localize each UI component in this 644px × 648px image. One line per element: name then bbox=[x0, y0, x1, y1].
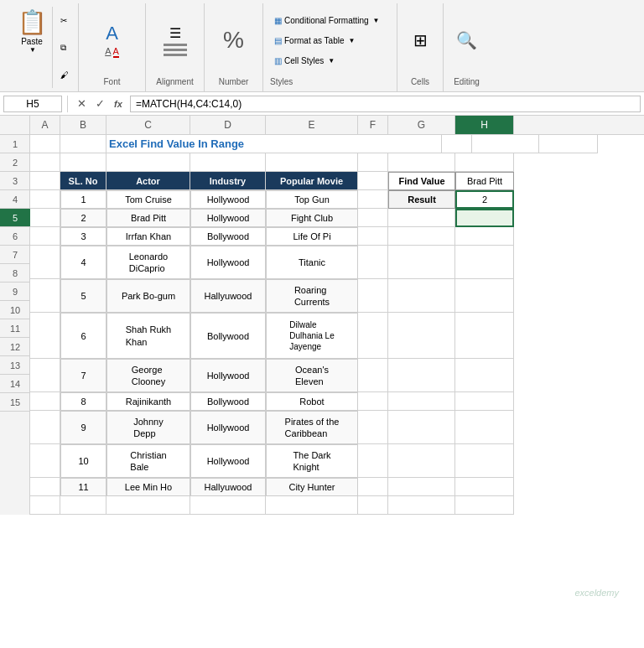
cell-C7[interactable]: LeonardoDiCaprio bbox=[106, 246, 190, 279]
cell-B14[interactable]: 11 bbox=[60, 478, 106, 496]
cell-F10[interactable] bbox=[358, 359, 388, 392]
cell-F8[interactable] bbox=[358, 279, 388, 313]
cell-H9[interactable] bbox=[455, 313, 514, 359]
cell-E6[interactable]: Life Of Pi bbox=[266, 227, 358, 246]
cell-A13[interactable] bbox=[30, 444, 60, 478]
row-header-7[interactable]: 7 bbox=[0, 246, 30, 264]
col-header-B[interactable]: B bbox=[60, 116, 106, 134]
cell-A15[interactable] bbox=[30, 496, 60, 515]
cell-A14[interactable] bbox=[30, 478, 60, 496]
cell-H11[interactable] bbox=[455, 392, 514, 411]
cell-A9[interactable] bbox=[30, 313, 60, 359]
row-header-4[interactable]: 4 bbox=[0, 190, 30, 209]
cell-E13[interactable]: The DarkKnight bbox=[266, 444, 358, 478]
col-header-D[interactable]: D bbox=[190, 116, 266, 134]
cell-B12[interactable]: 9 bbox=[60, 411, 106, 444]
cell-G4-result-label[interactable]: Result bbox=[388, 190, 455, 209]
col-header-A[interactable]: A bbox=[30, 116, 60, 134]
cell-F4[interactable] bbox=[358, 190, 388, 209]
cell-G15[interactable] bbox=[388, 496, 455, 515]
cell-F3[interactable] bbox=[358, 172, 388, 190]
cell-B2[interactable] bbox=[60, 153, 106, 172]
cell-A11[interactable] bbox=[30, 392, 60, 411]
cell-H8[interactable] bbox=[455, 279, 514, 313]
cell-B1[interactable] bbox=[60, 135, 106, 153]
confirm-formula-button[interactable]: ✓ bbox=[91, 96, 108, 112]
cell-G8[interactable] bbox=[388, 279, 455, 313]
col-header-E[interactable]: E bbox=[266, 116, 358, 134]
cell-reference-box[interactable] bbox=[3, 96, 62, 112]
format-painter-button[interactable]: 🖌 bbox=[56, 68, 73, 82]
cell-D4[interactable]: Hollywood bbox=[190, 190, 266, 209]
cell-D14[interactable]: Hallyuwood bbox=[190, 478, 266, 496]
row-header-1[interactable]: 1 bbox=[0, 135, 30, 153]
cell-H10[interactable] bbox=[455, 359, 514, 392]
cell-E10[interactable]: Ocean'sEleven bbox=[266, 359, 358, 392]
cell-E8[interactable]: RoaringCurrents bbox=[266, 279, 358, 313]
cell-H6[interactable] bbox=[455, 227, 514, 246]
cell-B4[interactable]: 1 bbox=[60, 190, 106, 209]
row-header-5[interactable]: 5 bbox=[0, 209, 30, 227]
cell-C4[interactable]: Tom Cruise bbox=[106, 190, 190, 209]
cell-E14[interactable]: City Hunter bbox=[266, 478, 358, 496]
cell-F15[interactable] bbox=[358, 496, 388, 515]
row-header-8[interactable]: 8 bbox=[0, 264, 30, 283]
cell-G6[interactable] bbox=[388, 227, 455, 246]
cell-C9[interactable]: Shah RukhKhan bbox=[106, 313, 190, 359]
cell-D7[interactable]: Hollywood bbox=[190, 246, 266, 279]
cell-D6[interactable]: Bollywood bbox=[190, 227, 266, 246]
cell-D11[interactable]: Bollywood bbox=[190, 392, 266, 411]
cell-H5-selected[interactable] bbox=[455, 209, 514, 227]
cell-A12[interactable] bbox=[30, 411, 60, 444]
cell-H7[interactable] bbox=[455, 246, 514, 279]
col-header-C[interactable]: C bbox=[106, 116, 190, 134]
row-header-15[interactable]: 15 bbox=[0, 393, 30, 412]
cell-B6[interactable]: 3 bbox=[60, 227, 106, 246]
row-header-10[interactable]: 10 bbox=[0, 301, 30, 319]
cell-A10[interactable] bbox=[30, 359, 60, 392]
cell-F7[interactable] bbox=[358, 246, 388, 279]
row-header-6[interactable]: 6 bbox=[0, 227, 30, 246]
row-header-9[interactable]: 9 bbox=[0, 283, 30, 301]
cell-A8[interactable] bbox=[30, 279, 60, 313]
cell-C15[interactable] bbox=[106, 496, 190, 515]
cell-A1[interactable] bbox=[30, 135, 60, 153]
cell-B5[interactable]: 2 bbox=[60, 209, 106, 227]
cell-D9[interactable]: Bollywood bbox=[190, 313, 266, 359]
cell-G7[interactable] bbox=[388, 246, 455, 279]
cell-F12[interactable] bbox=[358, 411, 388, 444]
cell-A7[interactable] bbox=[30, 246, 60, 279]
cell-C14[interactable]: Lee Min Ho bbox=[106, 478, 190, 496]
cell-E15[interactable] bbox=[266, 496, 358, 515]
format-as-table-button[interactable]: ▤ Format as Table ▼ bbox=[270, 34, 384, 48]
cell-C3-header[interactable]: Actor bbox=[106, 172, 190, 190]
cell-E4[interactable]: Top Gun bbox=[266, 190, 358, 209]
row-header-11[interactable]: 11 bbox=[0, 319, 30, 338]
cell-H14[interactable] bbox=[455, 478, 514, 496]
cell-H2[interactable] bbox=[455, 153, 514, 172]
cell-B13[interactable]: 10 bbox=[60, 444, 106, 478]
cell-E11[interactable]: Robot bbox=[266, 392, 358, 411]
cell-D10[interactable]: Hollywood bbox=[190, 359, 266, 392]
cell-A3[interactable] bbox=[30, 172, 60, 190]
cell-B7[interactable]: 4 bbox=[60, 246, 106, 279]
cell-G3-find-label[interactable]: Find Value bbox=[388, 172, 455, 190]
cell-C1-title[interactable]: Excel Find Value In Range bbox=[106, 135, 442, 153]
cell-F2[interactable] bbox=[358, 153, 388, 172]
cancel-formula-button[interactable]: ✕ bbox=[73, 96, 90, 112]
cell-G1[interactable] bbox=[472, 135, 539, 153]
cell-C11[interactable]: Rajinikanth bbox=[106, 392, 190, 411]
row-header-3[interactable]: 3 bbox=[0, 172, 30, 190]
cell-F1[interactable] bbox=[442, 135, 472, 153]
cell-C6[interactable]: Irrfan Khan bbox=[106, 227, 190, 246]
cell-B3-header[interactable]: SL. No bbox=[60, 172, 106, 190]
copy-button[interactable]: ⧉ bbox=[56, 40, 73, 55]
cell-E9[interactable]: DilwaleDulhania LeJayenge bbox=[266, 313, 358, 359]
cell-C5[interactable]: Brad Pitt bbox=[106, 209, 190, 227]
cell-B9[interactable]: 6 bbox=[60, 313, 106, 359]
cell-A2[interactable] bbox=[30, 153, 60, 172]
cell-E3-header[interactable]: Popular Movie bbox=[266, 172, 358, 190]
col-header-F[interactable]: F bbox=[358, 116, 388, 134]
cell-G13[interactable] bbox=[388, 444, 455, 478]
cell-A6[interactable] bbox=[30, 227, 60, 246]
